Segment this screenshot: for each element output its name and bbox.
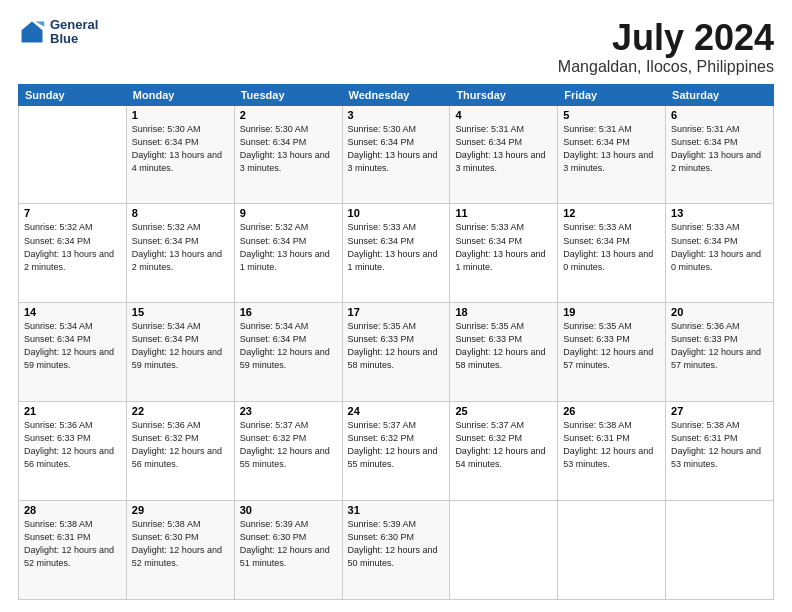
day-number: 27: [671, 405, 768, 417]
day-info: Sunrise: 5:36 AMSunset: 6:33 PMDaylight:…: [24, 420, 114, 469]
day-info: Sunrise: 5:38 AMSunset: 6:31 PMDaylight:…: [671, 420, 761, 469]
column-header-monday: Monday: [126, 84, 234, 105]
day-info: Sunrise: 5:33 AMSunset: 6:34 PMDaylight:…: [563, 222, 653, 271]
calendar-cell: 19Sunrise: 5:35 AMSunset: 6:33 PMDayligh…: [558, 303, 666, 402]
day-number: 12: [563, 207, 660, 219]
day-info: Sunrise: 5:38 AMSunset: 6:31 PMDaylight:…: [563, 420, 653, 469]
day-number: 28: [24, 504, 121, 516]
logo-icon: [18, 18, 46, 46]
day-number: 9: [240, 207, 337, 219]
day-info: Sunrise: 5:38 AMSunset: 6:30 PMDaylight:…: [132, 519, 222, 568]
day-number: 4: [455, 109, 552, 121]
day-info: Sunrise: 5:30 AMSunset: 6:34 PMDaylight:…: [348, 124, 438, 173]
day-number: 22: [132, 405, 229, 417]
day-info: Sunrise: 5:37 AMSunset: 6:32 PMDaylight:…: [348, 420, 438, 469]
day-info: Sunrise: 5:35 AMSunset: 6:33 PMDaylight:…: [348, 321, 438, 370]
day-number: 29: [132, 504, 229, 516]
calendar-cell: 11Sunrise: 5:33 AMSunset: 6:34 PMDayligh…: [450, 204, 558, 303]
day-number: 10: [348, 207, 445, 219]
day-info: Sunrise: 5:34 AMSunset: 6:34 PMDaylight:…: [24, 321, 114, 370]
calendar-cell: 7Sunrise: 5:32 AMSunset: 6:34 PMDaylight…: [19, 204, 127, 303]
day-info: Sunrise: 5:34 AMSunset: 6:34 PMDaylight:…: [132, 321, 222, 370]
day-info: Sunrise: 5:33 AMSunset: 6:34 PMDaylight:…: [455, 222, 545, 271]
calendar-cell: 10Sunrise: 5:33 AMSunset: 6:34 PMDayligh…: [342, 204, 450, 303]
header: General Blue July 2024 Mangaldan, Ilocos…: [18, 18, 774, 76]
column-header-friday: Friday: [558, 84, 666, 105]
calendar-cell: [450, 501, 558, 600]
week-row-3: 14Sunrise: 5:34 AMSunset: 6:34 PMDayligh…: [19, 303, 774, 402]
day-info: Sunrise: 5:32 AMSunset: 6:34 PMDaylight:…: [24, 222, 114, 271]
calendar-cell: 12Sunrise: 5:33 AMSunset: 6:34 PMDayligh…: [558, 204, 666, 303]
day-number: 30: [240, 504, 337, 516]
calendar-cell: 1Sunrise: 5:30 AMSunset: 6:34 PMDaylight…: [126, 105, 234, 204]
calendar-table: SundayMondayTuesdayWednesdayThursdayFrid…: [18, 84, 774, 600]
calendar-cell: 30Sunrise: 5:39 AMSunset: 6:30 PMDayligh…: [234, 501, 342, 600]
day-number: 8: [132, 207, 229, 219]
logo-line1: General: [50, 18, 98, 32]
day-number: 7: [24, 207, 121, 219]
calendar-cell: 14Sunrise: 5:34 AMSunset: 6:34 PMDayligh…: [19, 303, 127, 402]
day-info: Sunrise: 5:33 AMSunset: 6:34 PMDaylight:…: [348, 222, 438, 271]
calendar-cell: [666, 501, 774, 600]
column-header-wednesday: Wednesday: [342, 84, 450, 105]
day-number: 1: [132, 109, 229, 121]
day-number: 25: [455, 405, 552, 417]
header-row: SundayMondayTuesdayWednesdayThursdayFrid…: [19, 84, 774, 105]
column-header-thursday: Thursday: [450, 84, 558, 105]
day-number: 3: [348, 109, 445, 121]
day-info: Sunrise: 5:32 AMSunset: 6:34 PMDaylight:…: [240, 222, 330, 271]
day-number: 23: [240, 405, 337, 417]
day-info: Sunrise: 5:34 AMSunset: 6:34 PMDaylight:…: [240, 321, 330, 370]
week-row-5: 28Sunrise: 5:38 AMSunset: 6:31 PMDayligh…: [19, 501, 774, 600]
logo: General Blue: [18, 18, 98, 47]
calendar-cell: 28Sunrise: 5:38 AMSunset: 6:31 PMDayligh…: [19, 501, 127, 600]
calendar-cell: 15Sunrise: 5:34 AMSunset: 6:34 PMDayligh…: [126, 303, 234, 402]
calendar-cell: 21Sunrise: 5:36 AMSunset: 6:33 PMDayligh…: [19, 402, 127, 501]
calendar-cell: 16Sunrise: 5:34 AMSunset: 6:34 PMDayligh…: [234, 303, 342, 402]
day-info: Sunrise: 5:37 AMSunset: 6:32 PMDaylight:…: [240, 420, 330, 469]
day-info: Sunrise: 5:36 AMSunset: 6:32 PMDaylight:…: [132, 420, 222, 469]
day-number: 15: [132, 306, 229, 318]
day-number: 13: [671, 207, 768, 219]
day-info: Sunrise: 5:33 AMSunset: 6:34 PMDaylight:…: [671, 222, 761, 271]
calendar-cell: 24Sunrise: 5:37 AMSunset: 6:32 PMDayligh…: [342, 402, 450, 501]
calendar-cell: 6Sunrise: 5:31 AMSunset: 6:34 PMDaylight…: [666, 105, 774, 204]
column-header-tuesday: Tuesday: [234, 84, 342, 105]
day-number: 26: [563, 405, 660, 417]
day-info: Sunrise: 5:31 AMSunset: 6:34 PMDaylight:…: [455, 124, 545, 173]
subtitle: Mangaldan, Ilocos, Philippines: [558, 58, 774, 76]
day-number: 6: [671, 109, 768, 121]
day-info: Sunrise: 5:35 AMSunset: 6:33 PMDaylight:…: [455, 321, 545, 370]
calendar-cell: 2Sunrise: 5:30 AMSunset: 6:34 PMDaylight…: [234, 105, 342, 204]
calendar-page: General Blue July 2024 Mangaldan, Ilocos…: [0, 0, 792, 612]
calendar-cell: 26Sunrise: 5:38 AMSunset: 6:31 PMDayligh…: [558, 402, 666, 501]
column-header-sunday: Sunday: [19, 84, 127, 105]
calendar-cell: [19, 105, 127, 204]
calendar-cell: 23Sunrise: 5:37 AMSunset: 6:32 PMDayligh…: [234, 402, 342, 501]
calendar-cell: 29Sunrise: 5:38 AMSunset: 6:30 PMDayligh…: [126, 501, 234, 600]
day-number: 24: [348, 405, 445, 417]
week-row-1: 1Sunrise: 5:30 AMSunset: 6:34 PMDaylight…: [19, 105, 774, 204]
calendar-cell: 5Sunrise: 5:31 AMSunset: 6:34 PMDaylight…: [558, 105, 666, 204]
day-info: Sunrise: 5:31 AMSunset: 6:34 PMDaylight:…: [671, 124, 761, 173]
day-info: Sunrise: 5:38 AMSunset: 6:31 PMDaylight:…: [24, 519, 114, 568]
day-number: 31: [348, 504, 445, 516]
calendar-cell: 4Sunrise: 5:31 AMSunset: 6:34 PMDaylight…: [450, 105, 558, 204]
day-number: 16: [240, 306, 337, 318]
logo-line2: Blue: [50, 32, 98, 46]
calendar-cell: 27Sunrise: 5:38 AMSunset: 6:31 PMDayligh…: [666, 402, 774, 501]
day-number: 21: [24, 405, 121, 417]
column-header-saturday: Saturday: [666, 84, 774, 105]
day-info: Sunrise: 5:30 AMSunset: 6:34 PMDaylight:…: [240, 124, 330, 173]
day-info: Sunrise: 5:35 AMSunset: 6:33 PMDaylight:…: [563, 321, 653, 370]
calendar-cell: 9Sunrise: 5:32 AMSunset: 6:34 PMDaylight…: [234, 204, 342, 303]
day-info: Sunrise: 5:30 AMSunset: 6:34 PMDaylight:…: [132, 124, 222, 173]
logo-text: General Blue: [50, 18, 98, 47]
calendar-cell: [558, 501, 666, 600]
main-title: July 2024: [558, 18, 774, 58]
day-info: Sunrise: 5:36 AMSunset: 6:33 PMDaylight:…: [671, 321, 761, 370]
day-info: Sunrise: 5:39 AMSunset: 6:30 PMDaylight:…: [348, 519, 438, 568]
week-row-2: 7Sunrise: 5:32 AMSunset: 6:34 PMDaylight…: [19, 204, 774, 303]
calendar-cell: 22Sunrise: 5:36 AMSunset: 6:32 PMDayligh…: [126, 402, 234, 501]
day-info: Sunrise: 5:31 AMSunset: 6:34 PMDaylight:…: [563, 124, 653, 173]
